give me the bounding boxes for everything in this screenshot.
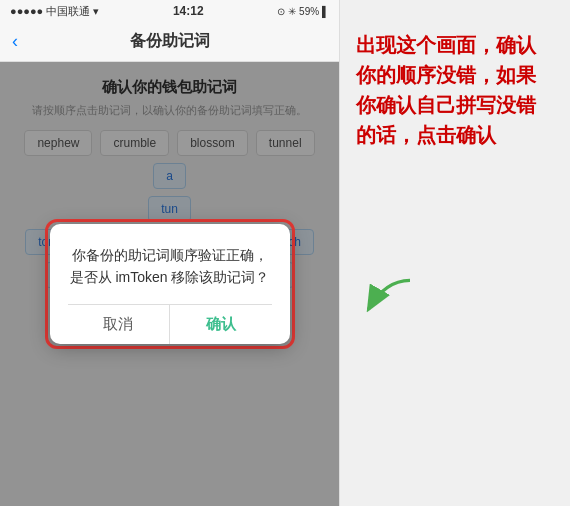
status-icons: ⊙ ✳ 59% ▌	[277, 6, 329, 17]
wifi-icon: ⊙	[277, 6, 285, 17]
battery-text: 59% ▌	[299, 6, 329, 17]
annotation-text: 出现这个画面，确认你的顺序没错，如果你确认自己拼写没错的话，点击确认	[356, 30, 554, 150]
bluetooth-icon: ✳	[288, 6, 296, 17]
carrier-text: ●●●●● 中国联通 ▾	[10, 4, 99, 19]
nav-bar: ‹ 备份助记词	[0, 22, 339, 62]
phone-content: 确认你的钱包助记词 请按顺序点击助记词，以确认你的备份助记词填写正确。 neph…	[0, 62, 339, 506]
green-arrow-icon	[350, 272, 420, 322]
dialog-box: 你备份的助记词顺序验证正确，是否从 imToken 移除该助记词？ 取消 确认	[50, 224, 290, 345]
phone-section: ●●●●● 中国联通 ▾ 14:12 ⊙ ✳ 59% ▌ ‹ 备份助记词 确认你…	[0, 0, 340, 506]
dialog-message: 你备份的助记词顺序验证正确，是否从 imToken 移除该助记词？	[68, 244, 272, 289]
dialog-cancel-button[interactable]: 取消	[68, 305, 171, 344]
status-bar: ●●●●● 中国联通 ▾ 14:12 ⊙ ✳ 59% ▌	[0, 0, 339, 22]
annotation-section: 出现这个画面，确认你的顺序没错，如果你确认自己拼写没错的话，点击确认	[340, 0, 570, 506]
arrow-container	[350, 272, 420, 326]
dialog-highlight-border: 你备份的助记词顺序验证正确，是否从 imToken 移除该助记词？ 取消 确认	[45, 219, 295, 350]
nav-title: 备份助记词	[130, 31, 210, 52]
dialog-overlay: 你备份的助记词顺序验证正确，是否从 imToken 移除该助记词？ 取消 确认	[0, 62, 339, 506]
time-display: 14:12	[173, 4, 204, 18]
dialog-confirm-button[interactable]: 确认	[170, 305, 272, 344]
back-button[interactable]: ‹	[12, 31, 18, 52]
dialog-buttons: 取消 确认	[68, 304, 272, 344]
